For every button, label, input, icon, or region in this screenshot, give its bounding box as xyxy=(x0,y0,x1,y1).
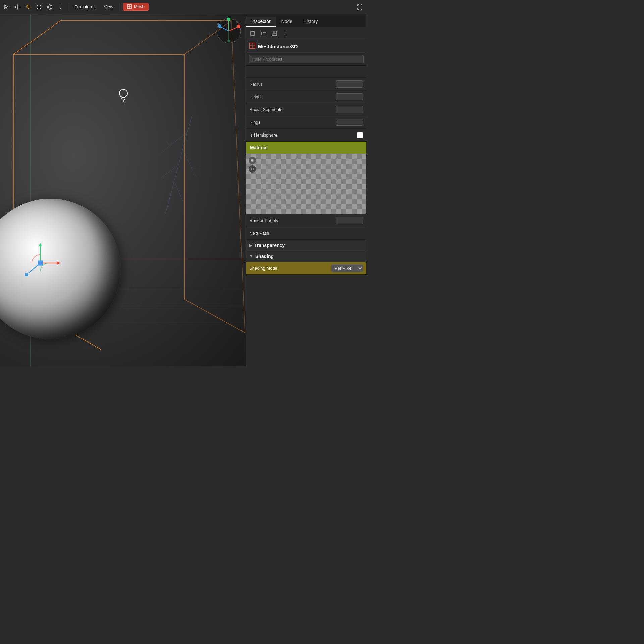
filter-bar xyxy=(246,53,366,66)
node-type-label: MeshInstance3D xyxy=(258,44,298,49)
material-section-header: Material xyxy=(246,142,366,154)
shading-arrow: ▼ xyxy=(249,254,253,259)
svg-line-12 xyxy=(40,5,41,6)
svg-line-10 xyxy=(37,5,38,6)
divider-2 xyxy=(120,3,120,11)
orientation-gizmo[interactable]: Y X Z xyxy=(215,17,242,44)
height-input[interactable] xyxy=(336,93,363,100)
svg-text:X: X xyxy=(238,22,240,26)
svg-point-5 xyxy=(38,6,40,8)
radius-property-row: Radius xyxy=(246,78,366,91)
render-priority-row: Render Priority xyxy=(246,214,366,227)
radius-label: Radius xyxy=(249,82,336,87)
open-resource-button[interactable] xyxy=(259,29,268,38)
svg-point-43 xyxy=(119,89,127,97)
is-hemisphere-label: Is Hemisphere xyxy=(249,132,357,138)
is-hemisphere-property-row: Is Hemisphere xyxy=(246,129,366,142)
next-pass-row: Next Pass xyxy=(246,227,366,240)
shading-mode-row: Shading Mode Per Pixel Per Vertex Unshad… xyxy=(246,262,366,275)
tab-inspector[interactable]: Inspector xyxy=(246,17,276,27)
mesh-instance-icon xyxy=(249,43,255,50)
radius-input[interactable] xyxy=(336,80,363,88)
select-tool-icon[interactable] xyxy=(2,2,11,12)
main-layout: Y X Z Inspector Node History xyxy=(0,14,366,366)
transform-gizmo xyxy=(18,241,62,286)
mesh-button[interactable]: Mesh xyxy=(123,3,149,11)
rings-input[interactable] xyxy=(336,119,363,126)
rotate-tool-icon[interactable]: ↻ xyxy=(23,2,33,12)
tab-history[interactable]: History xyxy=(298,17,323,27)
svg-rect-45 xyxy=(122,99,125,100)
globe-icon[interactable] xyxy=(45,2,54,12)
inspector-tabs: Inspector Node History xyxy=(246,14,366,27)
svg-marker-2 xyxy=(17,9,18,10)
sun-icon[interactable] xyxy=(34,2,44,12)
svg-text:Z: Z xyxy=(217,22,219,25)
radial-segments-label: Radial Segments xyxy=(249,107,336,112)
viewport[interactable]: Y X Z xyxy=(0,14,246,366)
svg-rect-71 xyxy=(273,31,275,33)
radial-segments-property-row: Radial Segments xyxy=(246,103,366,116)
texture-icon-group xyxy=(249,157,256,173)
render-priority-label: Render Priority xyxy=(249,218,336,223)
svg-line-11 xyxy=(40,8,41,9)
more-options-icon[interactable]: ⋮ xyxy=(56,2,65,12)
light-bulb-icon xyxy=(117,88,129,106)
divider-1 xyxy=(68,3,68,11)
view-button[interactable]: View xyxy=(100,3,117,10)
rings-label: Rings xyxy=(249,120,336,125)
svg-rect-72 xyxy=(273,34,276,35)
svg-rect-53 xyxy=(38,261,43,265)
shading-section[interactable]: ▼ Shading xyxy=(246,251,366,262)
svg-marker-1 xyxy=(17,4,18,5)
transparency-arrow: ▶ xyxy=(249,243,252,248)
mesh-label: Mesh xyxy=(134,4,145,9)
transform-button[interactable]: Transform xyxy=(71,3,99,10)
transparency-label: Transparency xyxy=(254,243,285,248)
top-bar: ↻ ⋮ Transform View Mesh xyxy=(0,0,366,14)
inspector-toolbar: ⋮ xyxy=(246,27,366,40)
height-label: Height xyxy=(249,94,336,99)
render-priority-input[interactable] xyxy=(336,217,363,224)
svg-marker-48 xyxy=(39,243,42,246)
material-edit-icon[interactable] xyxy=(249,165,256,173)
filter-input[interactable] xyxy=(249,55,364,63)
fullscreen-icon[interactable] xyxy=(355,2,364,12)
save-resource-button[interactable] xyxy=(270,29,279,38)
svg-line-13 xyxy=(37,8,38,9)
shading-mode-select[interactable]: Per Pixel Per Vertex Unshaded xyxy=(331,264,363,272)
new-resource-button[interactable] xyxy=(249,29,257,38)
svg-point-65 xyxy=(227,40,230,42)
shading-mode-label: Shading Mode xyxy=(249,266,331,271)
svg-marker-3 xyxy=(15,6,16,8)
material-texture-preview[interactable] xyxy=(246,154,366,214)
move-tool-icon[interactable] xyxy=(13,2,22,12)
svg-rect-66 xyxy=(251,31,254,36)
svg-marker-4 xyxy=(19,6,20,8)
inspector-panel: Inspector Node History xyxy=(246,14,366,366)
height-property-row: Height xyxy=(246,91,366,103)
svg-point-77 xyxy=(251,159,253,161)
inspector-more-button[interactable]: ⋮ xyxy=(281,29,289,38)
shading-label: Shading xyxy=(255,254,274,259)
is-hemisphere-checkbox[interactable] xyxy=(357,132,363,138)
next-pass-label: Next Pass xyxy=(249,231,336,236)
svg-marker-78 xyxy=(251,168,253,170)
tab-node[interactable]: Node xyxy=(276,17,298,27)
empty-section xyxy=(246,66,366,78)
rings-property-row: Rings xyxy=(246,116,366,129)
material-new-icon[interactable] xyxy=(249,157,256,164)
svg-point-52 xyxy=(25,273,28,276)
svg-marker-0 xyxy=(4,5,8,9)
svg-marker-50 xyxy=(57,261,60,265)
radial-segments-input[interactable] xyxy=(336,106,363,113)
node-title: MeshInstance3D xyxy=(246,40,366,53)
svg-text:Y: Y xyxy=(227,16,229,19)
transparency-section[interactable]: ▶ Transparency xyxy=(246,240,366,251)
